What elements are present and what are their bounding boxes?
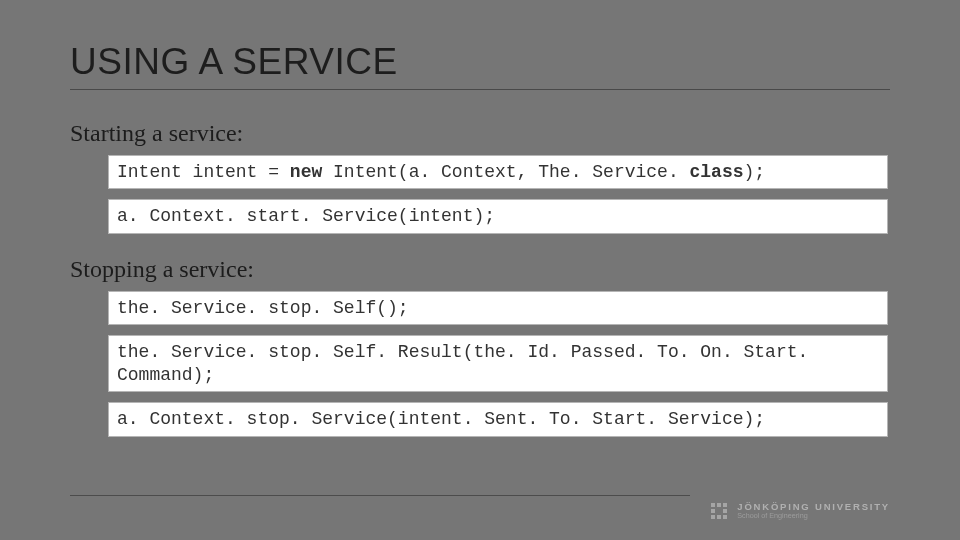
code-text: ); [744,162,766,182]
code-text: Intent(a. Context, The. Service. [322,162,689,182]
slide-title: USING A SERVICE [70,42,890,83]
code-stop-2: the. Service. stop. Self. Result(the. Id… [108,335,888,392]
title-rule [70,89,890,90]
code-stop-3: a. Context. stop. Service(intent. Sent. … [108,402,888,437]
footer-rule [70,495,690,496]
section-label-stop: Stopping a service: [70,256,890,283]
code-keyword-new: new [290,162,322,182]
footer-logo: JÖNKÖPING UNIVERSITY School of Engineeri… [711,502,890,520]
code-start-1: Intent intent = new Intent(a. Context, T… [108,155,888,190]
logo-dots-icon [711,503,727,519]
code-stop-1: the. Service. stop. Self(); [108,291,888,326]
slide: USING A SERVICE Starting a service: Inte… [0,0,960,540]
footer-line2: School of Engineering [737,512,890,520]
code-text: Intent intent = [117,162,290,182]
code-group-start: Intent intent = new Intent(a. Context, T… [108,155,890,234]
footer-text: JÖNKÖPING UNIVERSITY School of Engineeri… [737,502,890,520]
code-group-stop: the. Service. stop. Self(); the. Service… [108,291,890,437]
code-keyword-class: class [690,162,744,182]
code-start-2: a. Context. start. Service(intent); [108,199,888,234]
section-label-start: Starting a service: [70,120,890,147]
